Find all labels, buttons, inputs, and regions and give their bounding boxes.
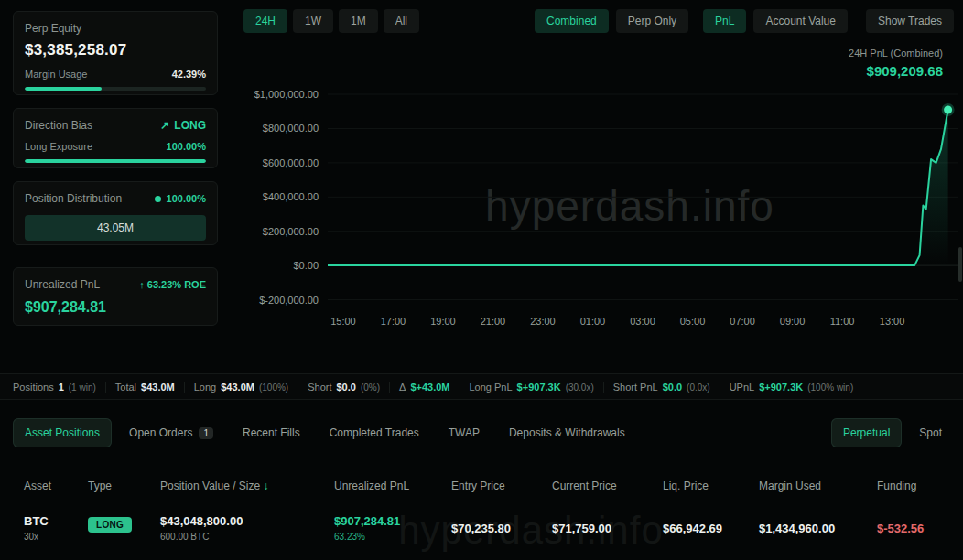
pnl-line-chart[interactable] [328, 87, 958, 325]
trading-dashboard: Perp Equity $3,385,258.07 Margin Usage 4… [0, 0, 963, 560]
stat-label: Δ [399, 382, 406, 393]
stat-label: Positions [13, 382, 54, 393]
tab-perpetual[interactable]: Perpetual [831, 418, 902, 447]
tab-count-badge: 1 [199, 427, 213, 439]
chart-header-value: $909,209.68 [849, 63, 943, 79]
view-button-show-trades[interactable]: Show Trades [866, 9, 954, 33]
stat-upnl: UPnL$+907.3K(100% win) [720, 382, 863, 393]
stat-value: $43.0M [221, 382, 254, 393]
stat-short: Short$0.0(0%) [298, 382, 390, 393]
y-tick-label: $600,000.00 [227, 157, 319, 168]
tab-label: TWAP [449, 426, 480, 439]
asset-cell: BTC 30x [24, 514, 88, 560]
direction-bias-value: ↗ LONG [160, 119, 206, 132]
funding-cell: $-532.56 [877, 522, 952, 560]
y-tick-label: $-200,000.00 [227, 295, 319, 306]
x-tick-label: 15:00 [323, 316, 363, 327]
view-button-account-value[interactable]: Account Value [753, 9, 848, 33]
stat-label: Long PnL [470, 382, 513, 393]
tab-label: Recent Fills [243, 426, 300, 439]
x-tick-label: 09:00 [773, 316, 813, 327]
long-exposure-value: 100.00% [167, 141, 206, 152]
col-header-unrealized-pnl[interactable]: Unrealized PnL [334, 479, 451, 492]
x-tick-label: 11:00 [822, 316, 862, 327]
stat-extra: (0%) [361, 382, 380, 393]
position-tabs: Asset PositionsOpen Orders1Recent FillsC… [13, 418, 637, 447]
y-tick-label: $400,000.00 [227, 191, 319, 202]
perp-equity-card: Perp Equity $3,385,258.07 Margin Usage 4… [13, 11, 218, 95]
liq-price-cell: $66,942.69 [663, 522, 759, 560]
stat-extra: (30.0x) [566, 382, 594, 393]
col-header-entry-price[interactable]: Entry Price [451, 479, 552, 492]
type-cell: LONG [88, 514, 160, 560]
distribution-segment[interactable]: 43.05M [25, 215, 206, 241]
view-button-combined[interactable]: Combined [535, 9, 609, 33]
stat-positions: Positions1(1 win) [13, 382, 106, 393]
tab-label: Perpetual [843, 426, 890, 439]
col-header-position-value-size[interactable]: Position Value / Size ↓ [160, 479, 334, 492]
trend-up-icon: ↗ [160, 119, 169, 132]
chart-view-buttons: CombinedPerp OnlyPnLAccount ValueShow Tr… [535, 9, 954, 33]
stat-label: Short PnL [613, 382, 658, 393]
row-unrealized-roe: 63.23% [334, 532, 451, 542]
x-tick-label: 17:00 [373, 316, 413, 327]
entry-price-cell: $70,235.80 [451, 522, 552, 560]
position-value-cell: $43,048,800.00 600.00 BTC [160, 514, 334, 560]
tab-asset-positions[interactable]: Asset Positions [13, 418, 112, 447]
tab-open-orders[interactable]: Open Orders1 [117, 418, 225, 447]
chart-y-axis: $1,000,000.00$800,000.00$600,000.00$400,… [227, 87, 319, 325]
y-tick-label: $1,000,000.00 [227, 89, 319, 100]
stat-label: Total [115, 382, 136, 393]
scrollbar-thumb[interactable] [958, 247, 962, 282]
tab-recent-fills[interactable]: Recent Fills [231, 418, 312, 447]
view-button-pnl[interactable]: PnL [703, 9, 746, 33]
stat-value: $43.0M [141, 382, 175, 393]
stat-extra: (100% win) [807, 382, 853, 393]
tab-deposits-withdrawals[interactable]: Deposits & Withdrawals [497, 418, 637, 447]
stat-long: Long$43.0M(100%) [185, 382, 298, 393]
stat-extra: (1 win) [69, 382, 96, 393]
range-button-1m[interactable]: 1M [339, 9, 378, 33]
col-header-type[interactable]: Type [88, 479, 160, 492]
tab-spot[interactable]: Spot [907, 418, 954, 447]
x-tick-label: 03:00 [622, 316, 663, 327]
stat-value: $+43.0M [410, 382, 449, 393]
stat-value: $0.0 [663, 382, 682, 393]
range-button-24h[interactable]: 24H [243, 9, 287, 33]
col-header-asset[interactable]: Asset [24, 479, 88, 492]
time-range-buttons: 24H1W1MAll [243, 9, 419, 33]
col-header-liq-price[interactable]: Liq. Price [663, 479, 759, 492]
margin-usage-bar [25, 87, 206, 91]
stat-label: UPnL [730, 382, 755, 393]
unrealized-pnl-label: Unrealized PnL [25, 278, 100, 291]
direction-bias-card: Direction Bias ↗ LONG Long Exposure 100.… [13, 108, 218, 168]
tab-label: Open Orders [129, 426, 192, 439]
tab-completed-trades[interactable]: Completed Trades [318, 418, 431, 447]
direction-bias-label: Direction Bias [25, 119, 92, 132]
position-distribution-card: Position Distribution 100.00% 43.05M [13, 181, 218, 245]
distribution-dot-icon [155, 196, 161, 202]
range-button-1w[interactable]: 1W [293, 9, 333, 33]
col-header-margin-used[interactable]: Margin Used [759, 479, 877, 492]
tab-label: Deposits & Withdrawals [509, 426, 625, 439]
long-exposure-bar [25, 159, 206, 163]
y-tick-label: $800,000.00 [227, 123, 319, 134]
col-header-current-price[interactable]: Current Price [552, 479, 663, 492]
bottom-tabs-row: Asset PositionsOpen Orders1Recent FillsC… [13, 415, 954, 450]
position-distribution-value: 100.00% [155, 193, 206, 204]
unrealized-pnl-card: Unrealized PnL ↑ 63.23% ROE $907,284.81 [13, 267, 218, 326]
tab-label: Asset Positions [25, 426, 100, 439]
range-button-all[interactable]: All [384, 9, 419, 33]
position-size: 600.00 BTC [160, 532, 334, 542]
tab-twap[interactable]: TWAP [437, 418, 492, 447]
view-button-perp-only[interactable]: Perp Only [616, 9, 688, 33]
unrealized-pnl-cell: $907,284.81 63.23% [334, 514, 451, 560]
tab-label: Spot [919, 426, 942, 439]
current-price-cell: $71,759.00 [552, 522, 663, 560]
col-header-funding[interactable]: Funding [877, 479, 952, 492]
table-row[interactable]: BTC 30x LONG $43,048,800.00 600.00 BTC $… [0, 514, 963, 560]
long-exposure-bar-fill [25, 159, 206, 163]
margin-usage-value: 42.39% [172, 69, 206, 80]
perp-equity-value: $3,385,258.07 [25, 41, 206, 59]
chart-x-axis: 15:0017:0019:0021:0023:0001:0003:0005:00… [328, 316, 958, 328]
